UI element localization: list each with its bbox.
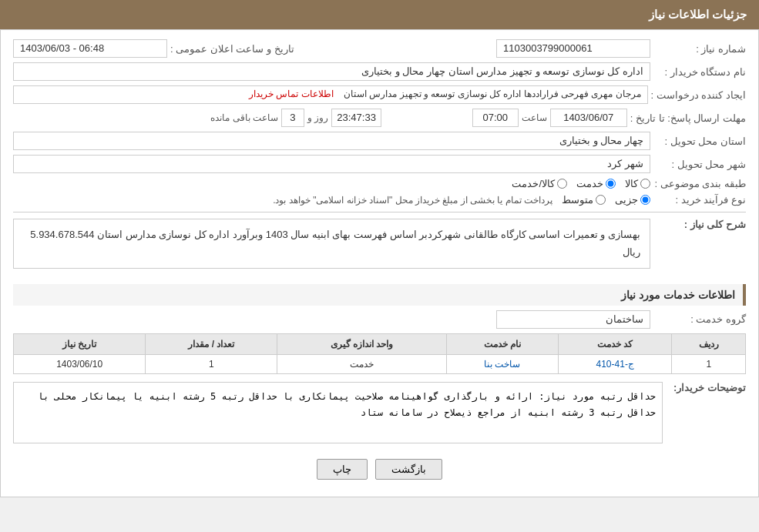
shahr-label: شهر محل تحویل : (653, 159, 746, 170)
table-header-row: ردیف کد خدمت نام خدمت واحد اندازه گیری ت… (14, 333, 746, 354)
rooz-unit: روز و (307, 112, 328, 123)
ostan-label: استان محل تحویل : (653, 136, 746, 147)
khadamat-section-title: اطلاعات خدمات مورد نیاز (13, 284, 746, 306)
buyer-notes-textarea[interactable] (13, 382, 663, 443)
namdastgah-label: نام دستگاه خریدار : (653, 66, 746, 78)
th-date: تاریخ نیاز (14, 333, 146, 354)
farind-note: پرداخت تمام یا بخشی از مبلغ خریداز محل "… (273, 195, 552, 206)
farind-motevaset-radio[interactable] (596, 195, 606, 205)
cell-date: 1403/06/10 (14, 354, 146, 373)
mohlat-label: مهلت ارسال پاسخ: تا تاریخ : (630, 112, 746, 124)
farind-row: نوع فرآیند خرید : جزیی متوسط پرداخت تمام… (13, 194, 746, 206)
shomara-row: شماره نیاز : 1103003799000061 تاریخ و سا… (13, 39, 746, 58)
farind-jozii-radio[interactable] (640, 195, 650, 205)
farind-motevaset-item: متوسط (562, 194, 606, 206)
buyer-notes-section: توضیحات خریدار: (13, 382, 746, 443)
gorohe-label: گروه خدمت : (653, 313, 746, 325)
ostan-row: استان محل تحویل : چهار محال و بختیاری (13, 132, 746, 150)
sharh-label: شرح کلی نیاز : (653, 219, 746, 230)
page-header: جزئیات اطلاعات نیاز (0, 0, 759, 29)
ijad-value: مرجان مهری فهرحی فراراددها اداره کل نوسا… (13, 85, 648, 104)
tabaqe-radios: کالا خدمت کالا/خدمت (512, 178, 650, 189)
th-unit: واحد اندازه گیری (277, 333, 446, 354)
tabaqe-row: طبقه بندی موضوعی : کالا خدمت کالا/خدمت (13, 178, 746, 189)
tabaqe-khadamat-item: خدمت (576, 178, 616, 189)
tabaqe-kala-label: کالا (625, 178, 638, 189)
cell-name: ساخت بنا (446, 354, 558, 373)
tabaqe-kala-item: کالا (625, 178, 650, 189)
mohlat-date: 1403/06/07 (550, 109, 627, 127)
table-row: 1 ج-41-410 ساخت بنا خدمت 1 1403/06/10 (14, 354, 746, 373)
farind-radios: جزیی متوسط (562, 194, 650, 206)
mohlat-days: 3 (281, 109, 304, 127)
tarikh-value: 1403/06/03 - 06:48 (13, 39, 167, 58)
tabaqe-kala-radio[interactable] (640, 179, 650, 189)
farind-label: نوع فرآیند خرید : (653, 194, 746, 206)
shomara-value: 1103003799000061 (496, 39, 650, 58)
back-button[interactable]: بازگشت (375, 459, 442, 480)
buyer-notes-label: توضیحات خریدار: (669, 382, 746, 443)
button-row: بازگشت چاپ (13, 451, 746, 487)
farind-jozii-item: جزیی (615, 194, 650, 206)
shomara-label: شماره نیاز : (653, 43, 746, 55)
cell-unit: خدمت (277, 354, 446, 373)
ostan-value: چهار محال و بختیاری (13, 132, 650, 150)
shahr-row: شهر محل تحویل : شهر کرد (13, 155, 746, 173)
tabaqe-kalakhadamat-item: کالا/خدمت (512, 178, 567, 189)
shahr-value: شهر کرد (13, 155, 650, 173)
cell-radif: 1 (672, 354, 746, 373)
ijad-label: ایجاد کننده درخواست : (651, 89, 746, 101)
print-button[interactable]: چاپ (317, 459, 368, 480)
mohlat-time: 07:00 (472, 109, 519, 127)
tabaqe-kalakhadamat-radio[interactable] (557, 179, 567, 189)
tabaqe-khadamat-radio[interactable] (606, 179, 616, 189)
tabaqe-label: طبقه بندی موضوعی : (653, 178, 746, 189)
cell-code: ج-41-410 (558, 354, 672, 373)
farind-motevaset-label: متوسط (562, 194, 593, 206)
tabaqe-khadamat-label: خدمت (576, 178, 603, 189)
sharh-value: بهسازی و تعمیرات اساسی کارگاه طالقانی شه… (13, 219, 650, 269)
gorohe-row: گروه خدمت : ساختمان (13, 310, 746, 329)
remaining-label: ساعت باقی مانده (210, 112, 278, 123)
th-radif: ردیف (672, 333, 746, 354)
sharh-section: شرح کلی نیاز : بهسازی و تعمیرات اساسی کا… (13, 219, 746, 276)
page-wrapper: جزئیات اطلاعات نیاز شماره نیاز : 1103003… (0, 0, 759, 497)
saat-unit: ساعت (522, 112, 547, 123)
namdastgah-row: نام دستگاه خریدار : اداره کل نوسازی توسع… (13, 62, 746, 81)
tabaqe-kalakhadamat-label: کالا/خدمت (512, 178, 555, 189)
th-name: نام خدمت (446, 333, 558, 354)
ijad-row: ایجاد کننده درخواست : مرجان مهری فهرحی ف… (13, 85, 746, 104)
mohlat-row: مهلت ارسال پاسخ: تا تاریخ : 1403/06/07 س… (13, 109, 746, 127)
contact-link[interactable]: اطلاعات تماس خریدار (249, 89, 334, 99)
separator1 (13, 212, 746, 212)
mohlat-clock: 23:47:33 (331, 109, 381, 127)
page-title: جزئیات اطلاعات نیاز (649, 8, 747, 21)
th-count: تعداد / مقدار (146, 333, 277, 354)
cell-count: 1 (146, 354, 277, 373)
content-area: شماره نیاز : 1103003799000061 تاریخ و سا… (0, 29, 759, 497)
namdastgah-value: اداره کل نوسازی توسعه و تجهیز مدارس استا… (13, 62, 650, 81)
services-table: ردیف کد خدمت نام خدمت واحد اندازه گیری ت… (13, 333, 746, 374)
farind-jozii-label: جزیی (615, 194, 638, 206)
tarikh-label: تاریخ و ساعت اعلان عمومی : (170, 43, 294, 55)
th-code: کد خدمت (558, 333, 672, 354)
gorohe-value: ساختمان (496, 310, 650, 329)
